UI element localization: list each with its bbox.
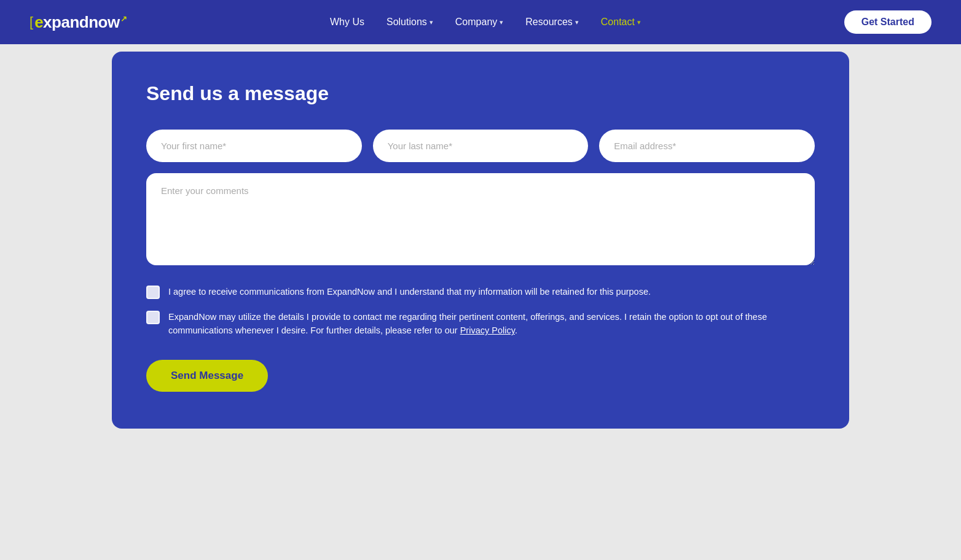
nav-item-solutions[interactable]: Solutions ▾ [386,17,433,28]
chevron-down-icon: ▾ [637,18,641,26]
logo-bracket: [ [29,14,33,30]
send-message-button[interactable]: Send Message [146,360,268,392]
email-input[interactable] [599,130,815,162]
navbar: [ expandnow↗ Why Us Solutions ▾ Company … [0,0,961,44]
checkbox1[interactable] [146,286,160,299]
nav-link-solutions[interactable]: Solutions ▾ [386,17,433,28]
logo-e: e [34,13,43,31]
nav-item-resources[interactable]: Resources ▾ [525,17,578,28]
nav-links: Why Us Solutions ▾ Company ▾ Resources ▾… [330,17,641,28]
nav-link-contact[interactable]: Contact ▾ [601,17,641,28]
name-row [146,130,815,162]
last-name-input[interactable] [373,130,589,162]
privacy-policy-link[interactable]: Privacy Policy [460,325,515,335]
checkbox2-row: ExpandNow may utilize the details I prov… [146,310,815,338]
nav-item-whyus[interactable]: Why Us [330,17,364,28]
logo-superscript: ↗ [120,14,127,23]
nav-item-contact[interactable]: Contact ▾ [601,17,641,28]
chevron-down-icon: ▾ [500,18,503,26]
logo-text: expandnow↗ [34,13,127,32]
comments-textarea[interactable] [146,173,815,265]
nav-link-whyus[interactable]: Why Us [330,17,364,28]
nav-link-company[interactable]: Company ▾ [455,17,503,28]
chevron-down-icon: ▾ [430,18,433,26]
form-title: Send us a message [146,82,815,105]
first-name-input[interactable] [146,130,362,162]
get-started-button[interactable]: Get Started [844,10,932,34]
logo[interactable]: [ expandnow↗ [29,13,127,32]
contact-card: Send us a message I agree to receive com… [112,52,849,429]
checkbox1-row: I agree to receive communications from E… [146,285,815,299]
checkbox2[interactable] [146,311,160,324]
checkbox2-text-after: . [515,325,517,335]
nav-item-company[interactable]: Company ▾ [455,17,503,28]
page-body: Send us a message I agree to receive com… [0,44,961,560]
chevron-down-icon: ▾ [575,18,579,26]
nav-link-resources[interactable]: Resources ▾ [525,17,578,28]
checkbox1-label: I agree to receive communications from E… [168,285,651,298]
checkbox2-label: ExpandNow may utilize the details I prov… [168,310,815,338]
